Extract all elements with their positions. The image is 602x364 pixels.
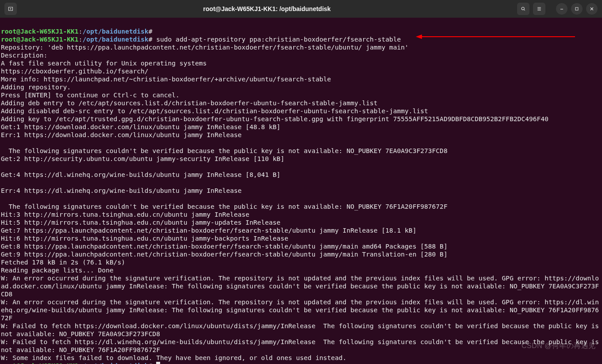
prompt-path: /opt/baidunetdisk xyxy=(82,36,148,43)
svg-line-4 xyxy=(524,10,525,11)
prompt-user: root@Jack-W65KJ1-KK1 xyxy=(1,36,79,43)
search-button[interactable] xyxy=(517,3,529,15)
titlebar: root@Jack-W65KJ1-KK1: /opt/baidunetdisk xyxy=(0,0,602,18)
hamburger-menu-button[interactable] xyxy=(533,3,545,15)
prompt-path: /opt/baidunetdisk xyxy=(82,28,148,35)
minimize-button[interactable] xyxy=(556,3,567,15)
close-button[interactable] xyxy=(586,3,598,15)
maximize-button[interactable] xyxy=(571,3,583,15)
watermark: CSDN @何年の再遇见 xyxy=(521,342,596,350)
svg-rect-9 xyxy=(575,8,578,10)
cursor xyxy=(156,362,160,364)
svg-point-3 xyxy=(521,7,524,10)
terminal-viewport[interactable]: root@Jack-W65KJ1-KK1:/opt/baidunetdisk# … xyxy=(0,18,602,364)
output-block: Repository: 'deb https://ppa.launchpadco… xyxy=(1,44,602,361)
command-text: sudo add-apt-repository ppa:christian-bo… xyxy=(156,36,401,43)
prompt-user: root@Jack-W65KJ1-KK1 xyxy=(1,362,79,364)
prompt-path: /opt/baidunetdisk xyxy=(82,362,148,364)
prompt-user: root@Jack-W65KJ1-KK1 xyxy=(1,28,79,35)
new-tab-button[interactable] xyxy=(4,3,17,15)
window-title: root@Jack-W65KJ1-KK1: /opt/baidunetdisk xyxy=(17,5,517,13)
